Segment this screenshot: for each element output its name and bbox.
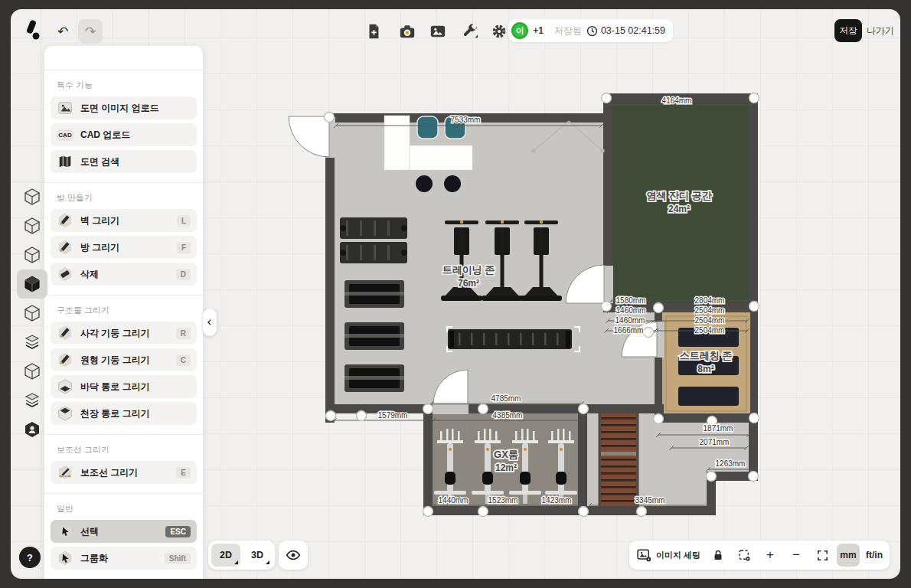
stool[interactable] <box>416 175 433 192</box>
tool-label: 그룹화 <box>80 552 158 565</box>
tool-item-draw-room[interactable]: 방 그리기 F <box>51 236 197 259</box>
collaborator-count[interactable]: +1 <box>533 25 544 36</box>
svg-text:3345mm: 3345mm <box>635 496 665 505</box>
tool-panel: 특수 기능 도면 이미지 업로드 CAD CAD 업로드 도면 검색 방 만들기… <box>44 46 203 579</box>
chair[interactable] <box>417 116 438 139</box>
shortcut-badge: D <box>176 269 191 280</box>
rail-room-tool[interactable] <box>17 240 47 270</box>
tool-rail <box>17 182 47 444</box>
tool-item-cad-upload[interactable]: CAD CAD 업로드 <box>51 123 197 146</box>
help-button[interactable]: ? <box>19 547 41 568</box>
tool-item-draw-wall[interactable]: 벽 그리기 L <box>51 209 197 232</box>
tool-label: 보조선 그리기 <box>80 466 169 479</box>
shortcut-badge: L <box>177 215 191 227</box>
layers-icon <box>23 391 41 410</box>
tool-item-floorplan-image-upload[interactable]: 도면 이미지 업로드 <box>51 96 197 119</box>
tool-label: 선택 <box>80 525 158 538</box>
cursor-group-icon <box>57 550 73 567</box>
rail-layer-stack-tool[interactable] <box>17 386 47 415</box>
cursor-icon <box>57 523 73 540</box>
settings-gear-icon[interactable] <box>489 21 509 41</box>
eye-icon <box>286 547 301 563</box>
tool-item-draw-guideline[interactable]: 보조선 그리기 E <box>51 461 197 484</box>
svg-text:2804mm: 2804mm <box>695 296 725 305</box>
visibility-button[interactable] <box>279 541 308 570</box>
rail-layers-tool[interactable] <box>17 328 47 357</box>
tool-item-group[interactable]: 그룹화 Shift <box>51 547 197 570</box>
svg-text:24m²: 24m² <box>668 204 690 214</box>
svg-text:2071mm: 2071mm <box>700 438 730 446</box>
tool-item-draw-rect-column[interactable]: 사각 기둥 그리기 R <box>51 322 197 345</box>
tool-item-delete[interactable]: 삭제 D <box>51 263 197 286</box>
lower-right-floor2[interactable] <box>638 413 707 506</box>
lock-button[interactable] <box>707 544 730 567</box>
view-3d-button[interactable]: 3D <box>243 544 272 567</box>
shortcut-badge: R <box>176 328 191 339</box>
view-mode-toolbar: 2D 3D <box>208 541 275 570</box>
zoom-in-button[interactable]: + <box>759 544 782 567</box>
dumbbell-rack[interactable] <box>447 327 580 351</box>
svg-text:4164mm: 4164mm <box>662 96 692 105</box>
svg-text:7533mm: 7533mm <box>451 116 481 124</box>
rail-structure-tool[interactable] <box>17 182 47 211</box>
rail-open-cube-tool[interactable] <box>17 299 47 328</box>
svg-text:1460mm: 1460mm <box>615 316 645 325</box>
rail-cube-detail-tool[interactable] <box>17 357 47 386</box>
undo-button[interactable]: ↶ <box>51 19 75 44</box>
cube-icon <box>23 188 41 206</box>
pencil-cube-icon <box>57 325 73 341</box>
divider <box>44 295 203 296</box>
view-2d-button[interactable]: 2D <box>211 544 240 567</box>
svg-text:2504mm: 2504mm <box>695 316 725 325</box>
staircase[interactable] <box>599 406 638 514</box>
svg-text:2504mm: 2504mm <box>695 306 725 315</box>
lock-icon <box>711 548 725 562</box>
tool-item-draw-round-column[interactable]: 원형 기둥 그리기 C <box>51 348 197 371</box>
redo-button[interactable]: ↷ <box>78 19 103 44</box>
saved-status: 저장됨 <box>554 24 582 38</box>
new-file-icon[interactable] <box>364 21 384 41</box>
svg-text:4385mm: 4385mm <box>493 411 523 420</box>
layers-icon <box>23 333 41 351</box>
tool-item-draw-floor-opening[interactable]: 바닥 통로 그리기 <box>51 375 197 398</box>
divider <box>44 434 203 435</box>
clock-icon <box>586 25 598 37</box>
section-title: 일반 <box>57 503 191 514</box>
tool-label: 방 그리기 <box>80 241 170 254</box>
camera-icon[interactable] <box>397 21 417 41</box>
svg-text:GX룸: GX룸 <box>494 449 518 460</box>
fullscreen-icon <box>816 549 829 562</box>
rail-floorplan-tool-active[interactable] <box>17 270 47 299</box>
entry-door[interactable] <box>289 116 329 157</box>
tool-item-floorplan-search[interactable]: 도면 검색 <box>51 150 197 173</box>
svg-text:스트레칭 존: 스트레칭 존 <box>680 350 733 361</box>
stool[interactable] <box>444 175 461 192</box>
svg-text:8m²: 8m² <box>697 364 713 374</box>
image-icon[interactable] <box>428 21 448 41</box>
exit-button[interactable]: 나가기 <box>867 19 894 42</box>
rail-furniture-tool[interactable] <box>17 211 47 240</box>
tool-item-select[interactable]: 선택 ESC <box>51 520 197 543</box>
save-button[interactable]: 저장 <box>834 19 862 42</box>
fit-view-button[interactable] <box>811 544 834 567</box>
panel-collapse-button[interactable] <box>203 309 217 336</box>
rail-profile-tool[interactable] <box>17 415 47 444</box>
svg-text:1460mm: 1460mm <box>616 306 646 315</box>
top-toolbar: ↶ ↷ 이 +1 저장됨 03-15 02:41:59 저 <box>11 9 900 54</box>
cube-icon <box>23 304 41 322</box>
unit-mm-button[interactable]: mm <box>837 544 860 567</box>
svg-text:4785mm: 4785mm <box>491 394 521 403</box>
tool-item-draw-ceiling-opening[interactable]: 천장 통로 그리기 <box>51 402 197 425</box>
svg-text:12m²: 12m² <box>495 462 517 473</box>
unit-ftin-button[interactable]: ft/in <box>863 544 886 567</box>
selection-settings-button[interactable] <box>733 544 756 567</box>
cube-icon <box>23 246 41 264</box>
svg-text:염색 잔디 공간: 염색 잔디 공간 <box>646 190 712 201</box>
avatar[interactable]: 이 <box>511 22 528 39</box>
zoom-out-button[interactable]: − <box>785 544 808 567</box>
svg-text:1440mm: 1440mm <box>439 496 469 505</box>
shortcut-badge: F <box>177 242 191 253</box>
image-settings-button[interactable]: 이미지 세팅 <box>633 544 704 567</box>
tools-wrench-icon[interactable] <box>460 21 480 41</box>
benches[interactable] <box>344 280 404 392</box>
